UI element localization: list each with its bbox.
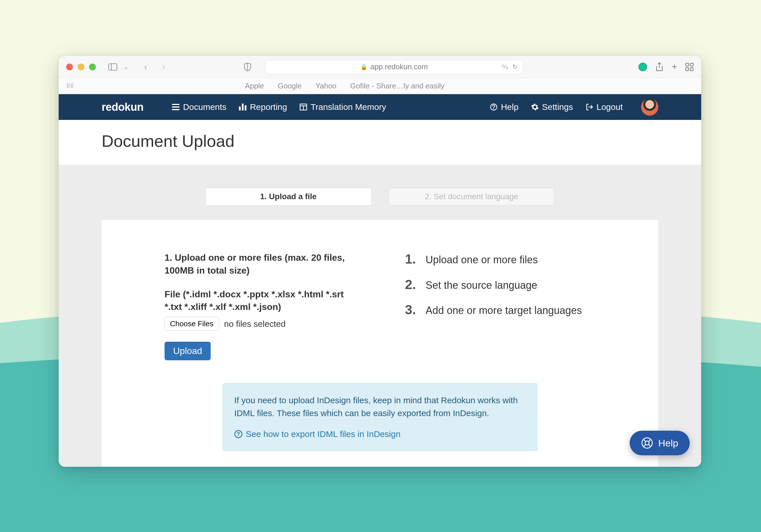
nav-label: Help — [501, 102, 519, 112]
privacy-shield-icon[interactable] — [244, 62, 252, 72]
bookmark-link[interactable]: Gofile - Share…ly and easily — [350, 82, 444, 90]
table-icon — [300, 104, 308, 110]
svg-rect-9 — [172, 109, 179, 110]
content-area: 1. Upload a file 2. Set document languag… — [59, 165, 701, 467]
gear-icon — [531, 103, 539, 111]
traffic-lights — [66, 64, 96, 70]
upload-panel: 1. Upload one or more files (max. 20 fil… — [102, 220, 658, 467]
page-header: Document Upload — [59, 120, 701, 165]
browser-window: ⌄ ‹ › 🔒 app.redokun.com ᴳ⁄ₐ ↻ + ⠿⠿ — [59, 56, 701, 467]
window-close-button[interactable] — [66, 64, 73, 70]
svg-rect-8 — [172, 106, 179, 108]
nav-logout[interactable]: Logout — [586, 102, 623, 112]
upload-heading: 1. Upload one or more files (max. 20 fil… — [165, 251, 359, 277]
nav-settings[interactable]: Settings — [531, 102, 573, 112]
grammarly-extension-icon[interactable] — [638, 63, 647, 71]
lock-icon: 🔒 — [360, 64, 368, 70]
step-text: Upload one or more files — [426, 251, 538, 267]
step-tab-language: 2. Set document language — [389, 188, 555, 206]
url-text: app.redokun.com — [370, 62, 428, 71]
nav-documents[interactable]: Documents — [172, 102, 226, 112]
svg-rect-3 — [686, 63, 689, 66]
nav-help[interactable]: Help — [490, 102, 519, 112]
sidebar-toggle-button[interactable] — [107, 62, 118, 72]
translate-icon[interactable]: ᴳ⁄ₐ — [501, 63, 508, 71]
share-icon[interactable] — [655, 62, 664, 72]
page-title: Document Upload — [102, 131, 658, 150]
logout-icon — [586, 103, 594, 111]
back-button[interactable]: ‹ — [142, 61, 149, 73]
nav-reporting[interactable]: Reporting — [239, 102, 287, 112]
help-fab[interactable]: Help — [630, 431, 690, 455]
info-link-text: See how to export IDML files in InDesign — [246, 428, 401, 441]
svg-point-19 — [645, 441, 649, 445]
info-text: If you need to upload InDesign files, ke… — [234, 394, 526, 420]
info-link[interactable]: ? See how to export IDML files in InDesi… — [234, 428, 526, 441]
bookmark-link[interactable]: Apple — [245, 82, 264, 90]
svg-point-17 — [494, 108, 494, 109]
bookmark-link[interactable]: Google — [278, 82, 302, 90]
nav-label: Reporting — [250, 102, 287, 112]
step-tab-upload[interactable]: 1. Upload a file — [205, 188, 372, 206]
list-item: 3. Add one or more target languages — [405, 302, 595, 318]
question-circle-icon: ? — [234, 430, 242, 438]
forward-button[interactable]: › — [160, 61, 167, 73]
svg-rect-12 — [245, 105, 246, 110]
svg-rect-6 — [690, 68, 693, 71]
bookmarks-bar: ⠿⠿ Apple Google Yahoo Gofile - Share…ly … — [59, 78, 701, 94]
svg-line-20 — [643, 439, 646, 442]
svg-rect-7 — [172, 104, 179, 105]
list-item: 2. Set the source language — [405, 277, 595, 292]
upload-button[interactable]: Upload — [165, 342, 211, 360]
file-status-text: no files selected — [224, 319, 286, 329]
app-navigation: redokun Documents Reporting Translation … — [59, 94, 701, 120]
lifebuoy-icon — [641, 437, 653, 449]
url-bar[interactable]: 🔒 app.redokun.com ᴳ⁄ₐ ↻ — [265, 60, 523, 74]
apps-grid-icon[interactable]: ⠿⠿ — [66, 83, 74, 89]
svg-line-23 — [649, 444, 651, 447]
list-item: 1. Upload one or more files — [405, 251, 595, 267]
choose-files-button[interactable]: Choose Files — [165, 317, 219, 331]
help-fab-label: Help — [658, 438, 678, 449]
question-circle-icon — [490, 103, 498, 111]
nav-label: Logout — [596, 102, 623, 112]
nav-translation-memory[interactable]: Translation Memory — [300, 102, 386, 112]
svg-rect-0 — [109, 64, 117, 70]
svg-line-21 — [649, 439, 651, 442]
step-number: 2. — [405, 277, 419, 292]
file-types-label: File (*.idml *.docx *.pptx *.xlsx *.html… — [165, 288, 359, 314]
svg-rect-11 — [242, 104, 244, 110]
nav-label: Settings — [542, 102, 573, 112]
svg-rect-5 — [686, 68, 689, 71]
list-icon — [172, 104, 180, 110]
browser-title-bar: ⌄ ‹ › 🔒 app.redokun.com ᴳ⁄ₐ ↻ + — [59, 56, 701, 78]
tab-overview-icon[interactable] — [685, 63, 694, 71]
bar-chart-icon — [239, 104, 247, 110]
bookmark-link[interactable]: Yahoo — [316, 82, 336, 90]
nav-label: Translation Memory — [311, 102, 386, 112]
svg-rect-4 — [690, 63, 693, 66]
user-avatar[interactable] — [641, 98, 658, 116]
brand-logo[interactable]: redokun — [102, 101, 144, 113]
nav-label: Documents — [183, 102, 226, 112]
step-number: 3. — [405, 302, 419, 317]
info-callout: If you need to upload InDesign files, ke… — [223, 383, 538, 451]
steps-list: 1. Upload one or more files 2. Set the s… — [405, 251, 595, 318]
step-text: Add one or more target languages — [426, 302, 582, 318]
step-number: 1. — [405, 251, 419, 267]
window-zoom-button[interactable] — [89, 64, 96, 70]
step-text: Set the source language — [426, 277, 537, 292]
window-minimize-button[interactable] — [78, 64, 85, 70]
svg-rect-10 — [239, 106, 241, 110]
new-tab-icon[interactable]: + — [672, 62, 677, 72]
chevron-down-icon[interactable]: ⌄ — [123, 63, 129, 71]
svg-line-22 — [643, 444, 646, 447]
reload-icon[interactable]: ↻ — [512, 63, 517, 71]
